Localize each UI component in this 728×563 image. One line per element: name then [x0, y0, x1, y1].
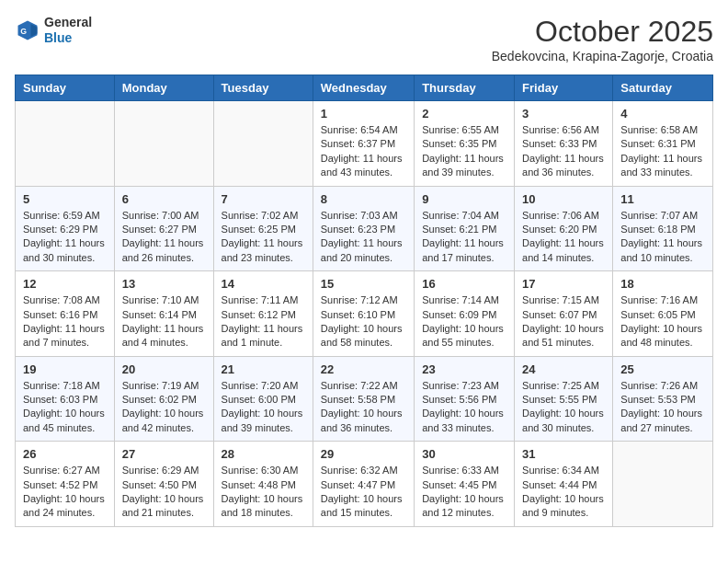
day-number: 5: [23, 192, 107, 206]
day-number: 27: [122, 447, 206, 461]
day-info: Sunrise: 7:08 AM Sunset: 6:16 PM Dayligh…: [23, 293, 107, 350]
page-header: G General Blue October 2025 Bedekovcina,…: [15, 15, 713, 63]
day-number: 14: [222, 277, 305, 291]
calendar-day-cell: 12Sunrise: 7:08 AM Sunset: 6:16 PM Dayli…: [16, 271, 115, 357]
day-number: 13: [122, 277, 206, 291]
day-info: Sunrise: 7:02 AM Sunset: 6:25 PM Dayligh…: [222, 209, 305, 266]
day-info: Sunrise: 7:10 AM Sunset: 6:14 PM Dayligh…: [122, 293, 206, 350]
day-info: Sunrise: 7:23 AM Sunset: 5:56 PM Dayligh…: [422, 379, 506, 436]
calendar-day-cell: 21Sunrise: 7:20 AM Sunset: 6:00 PM Dayli…: [213, 356, 313, 442]
calendar-week-row: 1Sunrise: 6:54 AM Sunset: 6:37 PM Daylig…: [16, 101, 713, 187]
day-number: 25: [620, 362, 705, 376]
day-number: 11: [620, 192, 705, 206]
weekday-header-monday: Monday: [114, 75, 213, 101]
day-info: Sunrise: 6:30 AM Sunset: 4:48 PM Dayligh…: [222, 464, 305, 521]
day-number: 20: [122, 362, 206, 376]
day-info: Sunrise: 6:29 AM Sunset: 4:50 PM Dayligh…: [122, 464, 206, 521]
day-number: 7: [222, 192, 305, 206]
day-info: Sunrise: 6:55 AM Sunset: 6:35 PM Dayligh…: [422, 123, 506, 180]
calendar-week-row: 26Sunrise: 6:27 AM Sunset: 4:52 PM Dayli…: [16, 442, 713, 527]
calendar-table: SundayMondayTuesdayWednesdayThursdayFrid…: [15, 75, 713, 527]
day-info: Sunrise: 7:19 AM Sunset: 6:02 PM Dayligh…: [122, 379, 206, 436]
day-number: 22: [321, 362, 406, 376]
day-number: 2: [422, 107, 506, 121]
empty-day-cell: [213, 101, 313, 187]
weekday-header-sunday: Sunday: [16, 75, 115, 101]
logo: G General Blue: [15, 15, 92, 46]
day-info: Sunrise: 7:22 AM Sunset: 5:58 PM Dayligh…: [321, 379, 406, 436]
calendar-day-cell: 11Sunrise: 7:07 AM Sunset: 6:18 PM Dayli…: [613, 186, 713, 271]
day-number: 18: [620, 277, 705, 291]
day-info: Sunrise: 7:18 AM Sunset: 6:03 PM Dayligh…: [23, 379, 107, 436]
calendar-day-cell: 25Sunrise: 7:26 AM Sunset: 5:53 PM Dayli…: [613, 356, 713, 442]
calendar-day-cell: 5Sunrise: 6:59 AM Sunset: 6:29 PM Daylig…: [16, 186, 115, 271]
calendar-day-cell: 6Sunrise: 7:00 AM Sunset: 6:27 PM Daylig…: [114, 186, 213, 271]
logo-icon: G: [15, 17, 40, 43]
calendar-day-cell: 31Sunrise: 6:34 AM Sunset: 4:44 PM Dayli…: [515, 442, 613, 527]
day-number: 30: [422, 447, 506, 461]
day-info: Sunrise: 7:26 AM Sunset: 5:53 PM Dayligh…: [620, 379, 705, 436]
empty-day-cell: [613, 442, 713, 527]
day-number: 10: [522, 192, 605, 206]
weekday-header-saturday: Saturday: [613, 75, 713, 101]
calendar-day-cell: 7Sunrise: 7:02 AM Sunset: 6:25 PM Daylig…: [213, 186, 313, 271]
day-info: Sunrise: 6:34 AM Sunset: 4:44 PM Dayligh…: [522, 464, 605, 521]
day-info: Sunrise: 7:14 AM Sunset: 6:09 PM Dayligh…: [422, 293, 506, 350]
month-year-title: October 2025: [492, 15, 713, 49]
day-info: Sunrise: 7:25 AM Sunset: 5:55 PM Dayligh…: [522, 379, 605, 436]
weekday-header-row: SundayMondayTuesdayWednesdayThursdayFrid…: [16, 75, 713, 101]
calendar-day-cell: 9Sunrise: 7:04 AM Sunset: 6:21 PM Daylig…: [415, 186, 515, 271]
empty-day-cell: [16, 101, 115, 187]
title-block: October 2025 Bedekovcina, Krapina-Zagorj…: [492, 15, 713, 63]
day-info: Sunrise: 6:54 AM Sunset: 6:37 PM Dayligh…: [321, 123, 406, 180]
day-number: 29: [321, 447, 406, 461]
calendar-day-cell: 10Sunrise: 7:06 AM Sunset: 6:20 PM Dayli…: [515, 186, 613, 271]
day-info: Sunrise: 7:15 AM Sunset: 6:07 PM Dayligh…: [522, 293, 605, 350]
day-number: 15: [321, 277, 406, 291]
weekday-header-friday: Friday: [515, 75, 613, 101]
calendar-day-cell: 18Sunrise: 7:16 AM Sunset: 6:05 PM Dayli…: [613, 271, 713, 357]
empty-day-cell: [114, 101, 213, 187]
day-number: 1: [321, 107, 406, 121]
calendar-day-cell: 1Sunrise: 6:54 AM Sunset: 6:37 PM Daylig…: [313, 101, 414, 187]
day-info: Sunrise: 7:06 AM Sunset: 6:20 PM Dayligh…: [522, 209, 605, 266]
calendar-day-cell: 29Sunrise: 6:32 AM Sunset: 4:47 PM Dayli…: [313, 442, 414, 527]
calendar-day-cell: 17Sunrise: 7:15 AM Sunset: 6:07 PM Dayli…: [515, 271, 613, 357]
calendar-day-cell: 15Sunrise: 7:12 AM Sunset: 6:10 PM Dayli…: [313, 271, 414, 357]
day-info: Sunrise: 6:33 AM Sunset: 4:45 PM Dayligh…: [422, 464, 506, 521]
day-info: Sunrise: 7:07 AM Sunset: 6:18 PM Dayligh…: [620, 209, 705, 266]
day-info: Sunrise: 6:32 AM Sunset: 4:47 PM Dayligh…: [321, 464, 406, 521]
calendar-day-cell: 30Sunrise: 6:33 AM Sunset: 4:45 PM Dayli…: [415, 442, 515, 527]
day-info: Sunrise: 7:03 AM Sunset: 6:23 PM Dayligh…: [321, 209, 406, 266]
calendar-day-cell: 23Sunrise: 7:23 AM Sunset: 5:56 PM Dayli…: [415, 356, 515, 442]
day-number: 17: [522, 277, 605, 291]
day-number: 21: [222, 362, 305, 376]
calendar-day-cell: 14Sunrise: 7:11 AM Sunset: 6:12 PM Dayli…: [213, 271, 313, 357]
day-info: Sunrise: 6:27 AM Sunset: 4:52 PM Dayligh…: [23, 464, 107, 521]
calendar-week-row: 5Sunrise: 6:59 AM Sunset: 6:29 PM Daylig…: [16, 186, 713, 271]
logo-general-text: General: [44, 15, 92, 30]
day-number: 8: [321, 192, 406, 206]
day-number: 6: [122, 192, 206, 206]
calendar-day-cell: 2Sunrise: 6:55 AM Sunset: 6:35 PM Daylig…: [415, 101, 515, 187]
day-info: Sunrise: 6:58 AM Sunset: 6:31 PM Dayligh…: [620, 123, 705, 180]
calendar-day-cell: 19Sunrise: 7:18 AM Sunset: 6:03 PM Dayli…: [16, 356, 115, 442]
calendar-day-cell: 8Sunrise: 7:03 AM Sunset: 6:23 PM Daylig…: [313, 186, 414, 271]
calendar-day-cell: 4Sunrise: 6:58 AM Sunset: 6:31 PM Daylig…: [613, 101, 713, 187]
calendar-week-row: 12Sunrise: 7:08 AM Sunset: 6:16 PM Dayli…: [16, 271, 713, 357]
day-info: Sunrise: 7:20 AM Sunset: 6:00 PM Dayligh…: [222, 379, 305, 436]
calendar-day-cell: 28Sunrise: 6:30 AM Sunset: 4:48 PM Dayli…: [213, 442, 313, 527]
day-number: 26: [23, 447, 107, 461]
calendar-day-cell: 20Sunrise: 7:19 AM Sunset: 6:02 PM Dayli…: [114, 356, 213, 442]
day-number: 31: [522, 447, 605, 461]
day-number: 3: [522, 107, 605, 121]
day-number: 28: [222, 447, 305, 461]
day-info: Sunrise: 7:16 AM Sunset: 6:05 PM Dayligh…: [620, 293, 705, 350]
calendar-day-cell: 27Sunrise: 6:29 AM Sunset: 4:50 PM Dayli…: [114, 442, 213, 527]
day-info: Sunrise: 6:59 AM Sunset: 6:29 PM Dayligh…: [23, 209, 107, 266]
day-number: 12: [23, 277, 107, 291]
calendar-day-cell: 24Sunrise: 7:25 AM Sunset: 5:55 PM Dayli…: [515, 356, 613, 442]
weekday-header-tuesday: Tuesday: [213, 75, 313, 101]
calendar-day-cell: 3Sunrise: 6:56 AM Sunset: 6:33 PM Daylig…: [515, 101, 613, 187]
weekday-header-wednesday: Wednesday: [313, 75, 414, 101]
